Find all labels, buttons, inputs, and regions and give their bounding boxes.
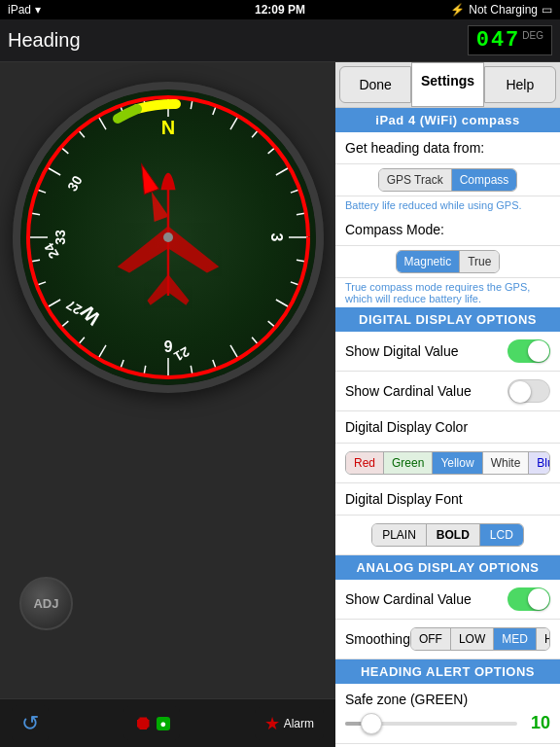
smooth-med[interactable]: MED	[494, 628, 537, 650]
seg-gps[interactable]: GPS Track	[379, 169, 452, 191]
mode-note: True compass mode requires the GPS, whic…	[335, 278, 560, 307]
main-layout: 3 6 N 33 30 27 24 21 W	[0, 62, 560, 747]
color-yellow[interactable]: Yellow	[433, 452, 482, 474]
safe-zone-value: 10	[523, 713, 550, 733]
color-blue[interactable]: Blue	[529, 452, 550, 474]
tab-settings[interactable]: Settings	[411, 62, 483, 107]
svg-text:6: 6	[163, 338, 172, 354]
battery-icon: ▭	[542, 3, 552, 17]
font-lcd[interactable]: LCD	[480, 524, 523, 546]
svg-line-10	[47, 167, 60, 175]
safe-zone-track	[345, 722, 517, 726]
seg-true[interactable]: True	[460, 251, 499, 272]
smooth-high[interactable]: HIGH	[537, 628, 550, 650]
font-selector: PLAIN BOLD LCD	[371, 523, 524, 547]
font-bold[interactable]: BOLD	[427, 524, 480, 546]
adj-button[interactable]: ADJ	[19, 577, 73, 630]
show-digital-toggle[interactable]	[508, 339, 550, 363]
safe-zone-thumb[interactable]	[361, 713, 382, 734]
svg-point-49	[163, 232, 173, 242]
font-plain[interactable]: PLAIN	[372, 524, 427, 546]
svg-text:30: 30	[64, 173, 86, 195]
toggle-knob-digital	[528, 340, 549, 362]
source-selector-row: GPS Track Compass	[335, 164, 560, 196]
record-button[interactable]: ⏺ ●	[123, 706, 181, 740]
show-cardinal-analog-row: Show Cardinal Value	[335, 580, 560, 620]
heading-source-label: Get heading data from:	[345, 140, 484, 156]
compass-mode-label: Compass Mode:	[345, 222, 444, 237]
svg-text:21: 21	[171, 343, 192, 365]
smoothing-row: Smoothing OFF LOW MED HIGH	[335, 620, 560, 659]
svg-line-7	[98, 345, 106, 359]
heading-source-row: Get heading data from:	[335, 132, 560, 164]
seg-magnetic[interactable]: Magnetic	[397, 251, 461, 272]
show-cardinal-analog-toggle[interactable]	[508, 587, 550, 611]
toggle-knob-cardinal-digital	[509, 381, 531, 403]
alarm-button[interactable]: ★ Alarm	[255, 707, 324, 740]
svg-marker-47	[144, 189, 168, 222]
color-red[interactable]: Red	[346, 452, 384, 474]
refresh-icon: ↺	[21, 711, 39, 736]
show-cardinal-digital-row: Show Cardinal Value	[335, 372, 560, 411]
show-cardinal-analog-label: Show Cardinal Value	[345, 591, 472, 607]
font-row: Digital Display Font	[335, 483, 560, 516]
svg-line-5	[230, 345, 238, 359]
alarm-label: Alarm	[284, 717, 314, 730]
bluetooth-icon: ⚡	[450, 3, 465, 17]
heading-value: 047	[476, 28, 521, 53]
compass-panel: 3 6 N 33 30 27 24 21 W	[0, 62, 335, 747]
compass-section-header: iPad 4 (WiFi) compass	[335, 108, 560, 132]
digital-color-label: Digital Display Color	[345, 419, 468, 435]
mode-segmented: Magnetic True	[396, 250, 501, 273]
heading-alert-section-header: HEADING ALERT OPTIONS	[335, 659, 560, 684]
adj-label: ADJ	[33, 596, 58, 611]
time-display: 12:09 PM	[255, 3, 305, 17]
show-digital-label: Show Digital Value	[345, 343, 458, 359]
alarm-star-icon: ★	[264, 713, 280, 734]
svg-line-2	[275, 167, 289, 175]
record-icon: ⏺	[133, 712, 153, 734]
toggle-knob-cardinal-analog	[528, 588, 549, 610]
svg-line-1	[230, 116, 238, 129]
digital-color-row: Digital Display Color	[335, 411, 560, 444]
show-cardinal-digital-toggle[interactable]	[508, 379, 550, 403]
svg-line-8	[47, 300, 60, 307]
header-bar: Heading 047 DEG	[0, 19, 560, 62]
show-digital-row: Show Digital Value	[335, 332, 560, 372]
source-segmented: GPS Track Compass	[378, 168, 518, 192]
compass-mode-row: Compass Mode:	[335, 214, 560, 246]
smoothing-label: Smoothing	[345, 631, 410, 647]
battery-note: Battery life reduced while using GPS.	[335, 196, 560, 214]
seg-compass[interactable]: Compass	[452, 169, 517, 191]
safe-zone-row: Safe zone (GREEN) 10	[335, 684, 560, 744]
record-label: ●	[157, 717, 171, 730]
mode-selector-row: Magnetic True	[335, 246, 560, 278]
smooth-low[interactable]: LOW	[451, 628, 494, 650]
svg-line-4	[275, 300, 289, 307]
bottom-toolbar: ↺ ⏺ ● ★ Alarm	[0, 698, 335, 747]
tab-done[interactable]: Done	[339, 66, 411, 103]
settings-panel: Done Settings Help iPad 4 (WiFi) compass…	[335, 62, 560, 747]
font-selector-row: PLAIN BOLD LCD	[335, 516, 560, 555]
color-selector: Red Green Yellow White Blue	[345, 451, 550, 475]
status-bar: iPad ▾ 12:09 PM ⚡ Not Charging ▭	[0, 0, 560, 19]
charging-label: Not Charging	[469, 3, 538, 17]
color-selector-row: Red Green Yellow White Blue	[335, 444, 560, 483]
carrier-label: iPad	[8, 3, 31, 17]
heading-unit: DEG	[522, 30, 543, 41]
smooth-selector: OFF LOW MED HIGH	[410, 627, 550, 651]
color-green[interactable]: Green	[384, 452, 433, 474]
wifi-icon: ▾	[35, 3, 41, 17]
settings-tabs: Done Settings Help	[335, 62, 560, 108]
compass-instrument: 3 6 N 33 30 27 24 21 W	[13, 82, 324, 393]
smooth-off[interactable]: OFF	[411, 628, 451, 650]
svg-text:N: N	[160, 117, 174, 138]
svg-text:3: 3	[268, 233, 285, 242]
tab-help[interactable]: Help	[484, 66, 556, 103]
compass-face: 3 6 N 33 30 27 24 21 W	[20, 89, 316, 385]
refresh-button[interactable]: ↺	[12, 705, 49, 742]
color-white[interactable]: White	[483, 452, 530, 474]
digital-section-header: DIGITAL DISPLAY OPTIONS	[335, 307, 560, 332]
app-title: Heading	[8, 29, 468, 52]
svg-line-11	[98, 116, 106, 129]
